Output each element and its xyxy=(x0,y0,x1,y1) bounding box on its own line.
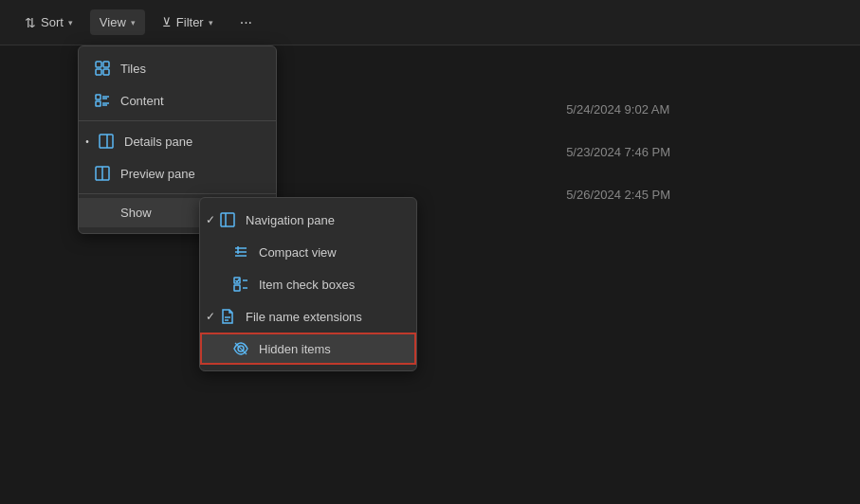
hidden-items-icon xyxy=(232,340,249,357)
main-area: 5/24/2024 9:02 AM 5/23/2024 7:46 PM 5/26… xyxy=(0,45,860,504)
date-item-1: 5/24/2024 9:02 AM xyxy=(566,102,670,117)
compact-view-label: Compact view xyxy=(259,245,337,260)
sort-icon: ⇅ xyxy=(25,15,36,30)
menu-item-content[interactable]: Content xyxy=(79,84,276,117)
details-pane-icon xyxy=(98,133,115,150)
item-check-boxes-icon xyxy=(232,276,249,293)
menu-divider-2 xyxy=(79,193,276,194)
more-icon: ··· xyxy=(240,14,252,31)
file-name-extensions-icon xyxy=(219,308,236,325)
compact-view-icon xyxy=(232,243,249,261)
svg-rect-0 xyxy=(96,62,101,67)
show-submenu: ✓ Navigation pane Compact view xyxy=(199,197,417,371)
svg-rect-4 xyxy=(96,95,101,99)
tiles-icon xyxy=(94,60,111,77)
svg-rect-22 xyxy=(234,285,240,291)
preview-pane-label: Preview pane xyxy=(120,167,261,181)
filter-icon: ⊻ xyxy=(162,15,172,29)
date-items: 5/24/2024 9:02 AM 5/23/2024 7:46 PM 5/26… xyxy=(566,102,670,202)
file-name-extensions-label: File name extensions xyxy=(246,310,362,324)
sort-chevron: ▾ xyxy=(68,18,73,27)
date-item-3: 5/26/2024 2:45 PM xyxy=(566,188,670,202)
filter-label: Filter xyxy=(176,15,204,29)
view-label: View xyxy=(100,15,126,29)
svg-rect-1 xyxy=(103,62,109,67)
item-check-boxes-label: Item check boxes xyxy=(259,278,355,292)
submenu-item-file-name-extensions[interactable]: ✓ File name extensions xyxy=(200,300,416,333)
date-item-2: 5/23/2024 7:46 PM xyxy=(566,145,670,159)
svg-rect-10 xyxy=(100,135,113,148)
navigation-pane-icon xyxy=(219,211,236,228)
file-name-extensions-check: ✓ xyxy=(204,310,217,323)
tiles-label: Tiles xyxy=(120,62,261,76)
menu-item-details-pane[interactable]: • Details pane xyxy=(79,125,276,157)
navigation-pane-label: Navigation pane xyxy=(246,213,335,227)
view-chevron: ▾ xyxy=(131,18,136,27)
preview-pane-icon xyxy=(94,165,111,182)
navigation-pane-check: ✓ xyxy=(204,213,217,226)
details-pane-bullet: • xyxy=(82,136,92,147)
svg-rect-2 xyxy=(96,69,101,75)
menu-divider-1 xyxy=(79,120,276,121)
view-button[interactable]: View ▾ xyxy=(90,9,145,35)
filter-button[interactable]: ⊻ Filter ▾ xyxy=(153,9,223,35)
more-button[interactable]: ··· xyxy=(230,9,262,37)
toolbar: ⇅ Sort ▾ View ▾ ⊻ Filter ▾ ··· xyxy=(0,0,860,45)
svg-rect-3 xyxy=(103,69,109,75)
details-pane-label: Details pane xyxy=(124,135,261,149)
svg-rect-14 xyxy=(221,213,234,226)
submenu-item-navigation-pane[interactable]: ✓ Navigation pane xyxy=(200,204,416,236)
hidden-items-label: Hidden items xyxy=(259,342,331,356)
sort-button[interactable]: ⇅ Sort ▾ xyxy=(15,9,82,36)
submenu-item-compact-view[interactable]: Compact view xyxy=(200,236,416,268)
submenu-item-item-check-boxes[interactable]: Item check boxes xyxy=(200,268,416,300)
menu-item-tiles[interactable]: Tiles xyxy=(79,52,276,84)
sort-label: Sort xyxy=(41,15,64,29)
content-label: Content xyxy=(120,94,261,108)
svg-rect-7 xyxy=(96,101,101,106)
filter-chevron: ▾ xyxy=(209,18,213,27)
menu-item-preview-pane[interactable]: Preview pane xyxy=(79,157,276,189)
submenu-item-hidden-items[interactable]: Hidden items xyxy=(200,333,416,365)
content-icon xyxy=(94,92,111,109)
